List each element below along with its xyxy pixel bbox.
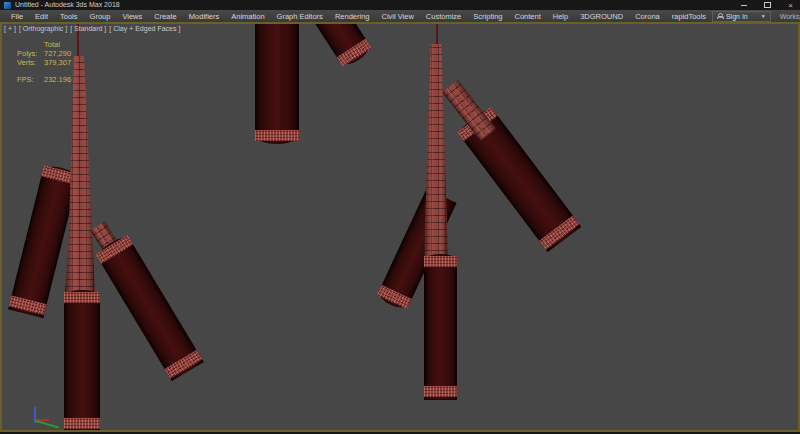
menu-items: FileEditToolsGroupViewsCreateModifiersAn…: [5, 12, 712, 21]
left-upper-branch-cap-bottom: [9, 296, 47, 315]
menu-modifiers[interactable]: Modifiers: [183, 12, 225, 21]
sign-in-label: Sign In: [726, 13, 748, 20]
menu-help[interactable]: Help: [547, 12, 574, 21]
top-middle-cylinder-cap-bottom: [255, 130, 299, 141]
menu-create[interactable]: Create: [148, 12, 183, 21]
menu-group[interactable]: Group: [84, 12, 117, 21]
close-icon[interactable]: ×: [788, 2, 793, 9]
stats-verts-label: Verts:: [17, 58, 39, 67]
menu-graph-editors[interactable]: Graph Editors: [271, 12, 329, 21]
maximize-icon[interactable]: [764, 2, 771, 8]
workspaces-label: Workspaces:: [780, 13, 800, 20]
stats-fps-label: FPS:: [17, 75, 39, 84]
menu-customize[interactable]: Customize: [420, 12, 467, 21]
viewport-menu-pov[interactable]: [ Orthographic ]: [19, 25, 67, 32]
stats-total-label: Total: [44, 40, 71, 49]
viewport-orthographic[interactable]: [ + ] [ Orthographic ] [ Standard ] [ Cl…: [0, 22, 800, 432]
right-lower-left-branch-cap-bottom: [377, 285, 412, 309]
top-right-branch[interactable]: [310, 22, 373, 69]
statistics-overlay: Total Polys: 727,290 Verts: 379,307 FPS:…: [17, 40, 71, 84]
viewport-label: [ + ] [ Orthographic ] [ Standard ] [ Cl…: [4, 25, 180, 32]
menu-rendering[interactable]: Rendering: [329, 12, 376, 21]
viewport-menu-general[interactable]: [ + ]: [4, 25, 16, 32]
stats-fps-value: 232.196: [44, 75, 71, 84]
scene-3d: [0, 22, 800, 432]
menu-corona[interactable]: Corona: [629, 12, 666, 21]
menu-civil-view[interactable]: Civil View: [375, 12, 419, 21]
viewport-menu-shading[interactable]: [ Clay + Edged Faces ]: [109, 25, 180, 32]
viewport-menu-standard[interactable]: [ Standard ]: [70, 25, 106, 32]
minimize-icon[interactable]: [741, 5, 747, 6]
left-lower-right-branch-cap-bottom: [164, 350, 201, 378]
app-icon: [4, 2, 11, 9]
right-trunk[interactable]: [424, 44, 448, 258]
menu-tools[interactable]: Tools: [54, 12, 84, 21]
menu-3dground[interactable]: 3DGROUND: [574, 12, 629, 21]
right-bottom-cylinder[interactable]: [424, 254, 457, 400]
sign-in-button[interactable]: Sign In ▼: [712, 11, 771, 22]
person-icon: [717, 13, 723, 19]
right-bottom-cylinder-cap-bottom: [424, 386, 457, 397]
menu-bar: FileEditToolsGroupViewsCreateModifiersAn…: [0, 10, 800, 22]
menu-animation[interactable]: Animation: [225, 12, 270, 21]
stats-polys-value: 727,290: [44, 49, 71, 58]
window-controls: ×: [741, 2, 796, 9]
window-title: Untitled - Autodesk 3ds Max 2018: [15, 0, 120, 10]
left-bottom-cylinder[interactable]: [64, 290, 100, 432]
chevron-down-icon: ▼: [761, 13, 766, 19]
stats-polys-label: Polys:: [17, 49, 39, 58]
stats-verts-value: 379,307: [44, 58, 71, 67]
menu-file[interactable]: File: [5, 12, 29, 21]
menu-views[interactable]: Views: [116, 12, 148, 21]
title-bar: Untitled - Autodesk 3ds Max 2018 ×: [0, 0, 800, 10]
menu-edit[interactable]: Edit: [29, 12, 54, 21]
left-bottom-cylinder-cap-bottom: [64, 418, 100, 429]
menu-scripting[interactable]: Scripting: [467, 12, 508, 21]
workspaces-group: Workspaces: Default ▼: [780, 11, 800, 22]
right-big-branch-cap-bottom: [539, 216, 579, 250]
menu-rapidtools[interactable]: rapidTools: [666, 12, 712, 21]
menu-content[interactable]: Content: [508, 12, 546, 21]
left-lower-right-branch[interactable]: [94, 233, 203, 381]
right-bottom-cylinder-cap-top: [424, 256, 457, 267]
top-middle-cylinder[interactable]: [255, 22, 299, 144]
top-right-branch-cap-bottom: [337, 39, 372, 67]
left-bottom-cylinder-cap-top: [64, 292, 100, 303]
